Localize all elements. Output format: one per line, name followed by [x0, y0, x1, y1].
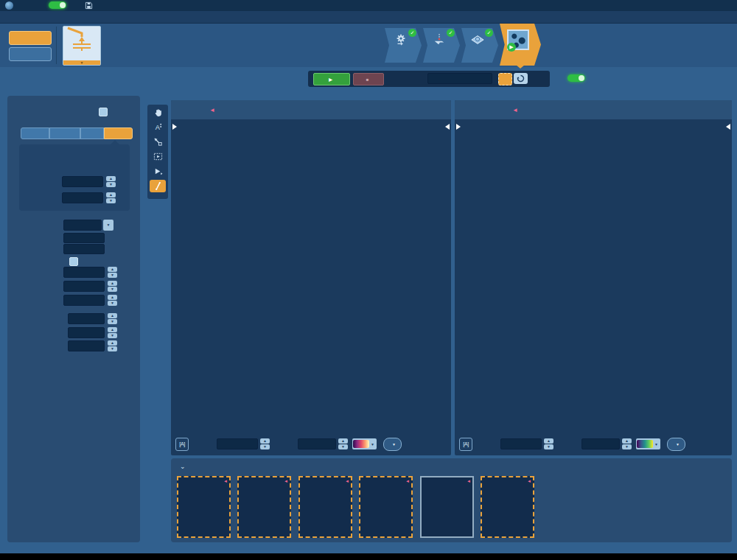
magma-colormap-swatch [353, 440, 369, 448]
scan-image-icon [500, 29, 536, 50]
capacitance-range-stepper[interactable]: ▲▼ [544, 438, 553, 449]
sample-dc-bias-input[interactable] [68, 313, 105, 324]
bottom-black-bar [0, 553, 737, 560]
setpoint-input[interactable] [63, 267, 105, 278]
channel-thumb-dcdvamplitude[interactable]: ◄ [359, 476, 413, 538]
capacitance-viewer: ◄ [A] ▲▼ ▲▼ ▼ ▼ [455, 100, 732, 455]
height-colormap-dropdown[interactable]: ▼ [352, 438, 377, 449]
height-retrace-label: ◄ [209, 107, 215, 113]
svg-text:A: A [155, 124, 160, 131]
integral-gain-input[interactable] [63, 281, 105, 292]
capacitance-image-canvas[interactable] [456, 121, 730, 391]
advanced-checkbox[interactable] [99, 108, 108, 116]
channel-thumb-capacitance[interactable]: ◄ [237, 476, 291, 538]
tab-survey[interactable] [21, 127, 49, 139]
acquire-button[interactable] [9, 31, 52, 45]
menu-file[interactable] [1, 15, 12, 17]
ergo-app-window: ▼ ✓ ✓ ✓ ▶ [0, 0, 737, 560]
points-input[interactable] [62, 176, 103, 187]
image-toolbar: A [147, 105, 168, 199]
scan-rate-input[interactable] [63, 295, 105, 306]
capacitance-scope-plot[interactable] [456, 394, 730, 433]
save-data-toggle[interactable] [567, 74, 585, 82]
capacitance-offset-input[interactable] [581, 438, 620, 449]
height-range-stepper[interactable]: ▲▼ [260, 438, 270, 449]
title-bar [0, 0, 737, 11]
app-logo-icon [5, 1, 13, 10]
capacitance-range-input[interactable] [500, 438, 542, 449]
menu-help[interactable] [43, 15, 53, 17]
capacitance-autoscale-button[interactable]: [A] [459, 438, 472, 451]
capacitance-processing-dropdown[interactable]: ▼ [667, 438, 685, 451]
retrace-arrow-icon: ◄ [527, 479, 531, 483]
capture-icon[interactable] [150, 150, 166, 163]
chevron-down-icon: ▼ [369, 442, 376, 447]
phase-offset-input[interactable] [68, 340, 105, 351]
scm-cantilever-icon [63, 27, 100, 52]
start-button[interactable]: ▶ [313, 73, 350, 85]
channel-thumb-dcdvphase[interactable]: ◄ [420, 476, 474, 538]
stop-button[interactable]: ■ [353, 73, 384, 85]
phase-offset-stepper[interactable]: ▲▼ [108, 340, 117, 351]
continuous-scan-button[interactable] [514, 73, 528, 84]
height-offset-input[interactable] [298, 438, 336, 449]
channel-thumb-height[interactable]: ◄ [177, 476, 231, 538]
menu-tools[interactable] [32, 15, 43, 17]
tab-high[interactable] [80, 127, 104, 139]
tab-standard[interactable] [49, 127, 80, 139]
save-icon[interactable] [85, 1, 93, 10]
pan-hand-icon[interactable] [150, 106, 166, 119]
technique-card-strip[interactable]: ▼ [63, 60, 100, 65]
height-scanline-marker-left [172, 124, 177, 130]
modulation-amplitude-input[interactable] [68, 327, 105, 338]
modulation-amplitude-stepper[interactable]: ▲▼ [108, 327, 117, 338]
retrace-arrow-icon: ◄ [512, 107, 518, 113]
base-name-input[interactable] [427, 73, 492, 84]
capacitance-offset-stepper[interactable]: ▲▼ [622, 438, 632, 449]
analyze-button[interactable] [9, 47, 52, 61]
height-offset-stepper[interactable]: ▲▼ [338, 438, 348, 449]
lines-input[interactable] [62, 192, 103, 203]
autopilot-checkbox[interactable] [69, 257, 78, 266]
tab-custom[interactable] [104, 127, 133, 139]
scan-size-dropdown-button[interactable]: ▼ [103, 220, 113, 231]
autosave-toggle[interactable] [49, 1, 66, 9]
autosave-toggle-knob [60, 2, 66, 8]
chevron-down-icon: ▼ [392, 442, 396, 447]
offset-y-input[interactable] [63, 244, 105, 254]
height-autoscale-button[interactable]: [A] [175, 438, 189, 451]
workflow-step-cantilever[interactable]: ✓ [423, 28, 460, 63]
height-image-canvas[interactable] [172, 121, 450, 391]
header-band: ▼ ✓ ✓ ✓ ▶ [0, 24, 737, 67]
frame-count-button[interactable] [498, 73, 512, 85]
channels-collapse-chevron-icon[interactable]: ⌄ [180, 463, 186, 470]
points-stepper[interactable]: ▲▼ [106, 176, 116, 187]
workflow-step-sample[interactable]: ✓ [461, 28, 498, 63]
sample-dc-bias-stepper[interactable]: ▲▼ [108, 313, 117, 324]
height-scope-plot[interactable] [172, 394, 450, 433]
section-line-icon[interactable] [150, 180, 166, 192]
height-viewer: ◄ [A] ▲▼ ▲▼ ▼ ▼ [171, 100, 451, 455]
scan-size-value[interactable] [63, 220, 102, 231]
technique-card-scm[interactable]: ▼ [63, 26, 101, 66]
workflow-step-setup[interactable]: ✓ [385, 28, 422, 63]
annotate-icon[interactable]: A [150, 121, 166, 133]
zoom-region-icon[interactable] [150, 136, 166, 148]
height-range-input[interactable] [217, 438, 258, 449]
channel-thumb-deflection[interactable]: ◄ [481, 476, 534, 538]
scan-settings-panel: #app .tab{top:43px;} ▲▼ ▲▼ ▼ ▲▼ ▲▼ [7, 96, 140, 542]
height-processing-dropdown[interactable]: ▼ [383, 438, 402, 451]
channel-thumb-zsensor[interactable]: ◄ [298, 476, 352, 538]
menu-view[interactable] [12, 15, 22, 17]
capacitance-colormap-dropdown[interactable]: ▼ [636, 438, 660, 449]
pointer-icon[interactable] [150, 165, 166, 178]
workflow-step-scan[interactable]: ▶ [500, 24, 541, 66]
setpoint-stepper[interactable]: ▲▼ [108, 267, 117, 278]
integral-gain-stepper[interactable]: ▲▼ [108, 281, 117, 292]
menu-techniques[interactable] [22, 15, 32, 17]
scan-rate-stepper[interactable]: ▲▼ [108, 295, 117, 306]
lines-stepper[interactable]: ▲▼ [106, 192, 116, 203]
cantilever-check-badge: ✓ [447, 29, 455, 37]
chevron-down-icon: ▼ [653, 442, 660, 447]
offset-x-input[interactable] [63, 233, 105, 243]
